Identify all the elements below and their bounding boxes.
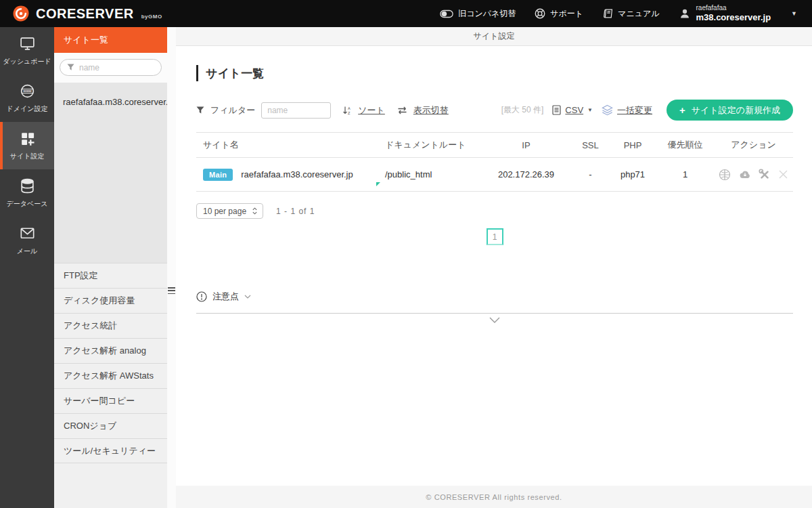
ip-value: 202.172.26.39	[480, 158, 572, 192]
per-page-select[interactable]: 10 per page	[196, 203, 263, 219]
sidebar-item-label: ドメイン設定	[7, 104, 48, 114]
sidebar-item-analog[interactable]: アクセス解析 analog	[54, 338, 167, 363]
bulk-change-link: 一括変更	[617, 104, 652, 117]
breadcrumb: サイト設定	[176, 27, 812, 46]
old-panel-toggle[interactable]: 旧コンパネ切替	[440, 8, 516, 20]
sidebar-item-awstats[interactable]: アクセス解析 AWStats	[54, 363, 167, 388]
sidebar-item-disk-usage[interactable]: ディスク使用容量	[54, 288, 167, 313]
view-toggle-link[interactable]: 表示切替	[413, 104, 449, 117]
toggle-icon	[440, 9, 453, 18]
document-icon	[552, 105, 561, 115]
col-header-ssl: SSL	[572, 133, 609, 158]
bulk-change[interactable]: 一括変更	[602, 104, 652, 117]
sidebar-item-ftp[interactable]: FTP設定	[54, 263, 167, 288]
sidebar-item-dashboard[interactable]: ダッシュボード	[0, 27, 54, 75]
envelope-icon	[19, 225, 36, 242]
up-down-icon	[252, 207, 258, 215]
svg-text:www: www	[22, 89, 32, 93]
create-site-label: サイト設定の新規作成	[692, 104, 780, 117]
site-list: raefafafaa.m38.coreserver.j	[54, 83, 167, 263]
sidebar-item-tools-security[interactable]: ツール/セキュリティー	[54, 438, 167, 463]
sidebar-item-domain[interactable]: www ドメイン設定	[0, 75, 54, 122]
notes-toggle[interactable]: 注意点	[196, 291, 251, 303]
priority-value: 1	[656, 158, 714, 192]
book-icon	[602, 8, 613, 19]
chevron-down-icon: ▼	[791, 10, 797, 17]
footer: © CORESERVER All rights reserved.	[176, 486, 812, 508]
chevron-down-icon: ▼	[587, 107, 593, 113]
main-badge: Main	[203, 169, 233, 181]
expand-chevron-icon[interactable]	[196, 317, 793, 323]
account-server: m38.coreserver.jp	[696, 12, 771, 23]
per-page-value: 10 per page	[203, 207, 246, 216]
sidebar-item-label: データベース	[7, 199, 48, 209]
sidebar-item-label: ダッシュボード	[3, 57, 51, 66]
tools-action-icon[interactable]	[759, 169, 771, 181]
sidebar-item-mail[interactable]: メール	[0, 217, 54, 264]
php-value: php71	[609, 158, 656, 192]
site-grid-plus-icon	[19, 130, 36, 147]
main-panel: サイト設定 サイト一覧 フィルター A Z	[176, 27, 812, 508]
delete-x-icon[interactable]	[778, 169, 788, 179]
sidebar-search-input[interactable]	[79, 63, 154, 72]
site-list-item[interactable]: raefafafaa.m38.coreserver.j	[54, 93, 167, 110]
manual-label: マニュアル	[618, 8, 659, 20]
cloud-action-icon[interactable]	[738, 169, 751, 180]
sidebar-item-database[interactable]: データベース	[0, 169, 54, 217]
chevron-down-icon	[244, 295, 251, 299]
sidebar-section-header[interactable]: サイト一覧	[54, 27, 167, 53]
docroot-cell[interactable]: /public_html	[376, 158, 480, 192]
coreserver-logo-icon	[12, 5, 30, 22]
brand-logo[interactable]: CORESERVER byGMO	[0, 5, 162, 22]
pagination-range: 1 - 1 of 1	[276, 207, 315, 216]
topbar: CORESERVER byGMO 旧コンパネ切替 サポート	[0, 0, 812, 27]
old-panel-label: 旧コンパネ切替	[458, 8, 516, 20]
csv-export[interactable]: CSV ▼	[552, 105, 593, 115]
alert-circle-icon	[196, 291, 207, 302]
sidebar-item-access-stats[interactable]: アクセス統計	[54, 313, 167, 338]
user-icon	[679, 7, 691, 20]
globe-www-icon: www	[19, 83, 36, 100]
database-icon	[19, 177, 36, 194]
max-items-note: [最大 50 件]	[501, 104, 544, 116]
list-toolbar: フィルター A Z ソート 表	[196, 100, 793, 121]
docroot-value: /public_html	[385, 169, 432, 179]
site-name: raefafafaa.m38.coreserver.jp	[241, 169, 353, 179]
editable-corner-icon	[376, 182, 380, 186]
svg-text:A: A	[348, 106, 351, 110]
col-header-site: サイト名	[196, 133, 376, 158]
csv-link: CSV	[565, 105, 583, 115]
account-menu[interactable]: raefafafaa m38.coreserver.jp ▼	[679, 4, 798, 24]
sidebar-search	[60, 59, 162, 76]
secondary-sidebar: サイト一覧 raefafafaa.m38.coreserver.j FTP設定 …	[54, 27, 176, 508]
plus-icon: +	[679, 105, 685, 115]
divider	[196, 313, 793, 314]
layers-icon	[602, 104, 613, 116]
sidebar-resize-handle[interactable]	[168, 287, 175, 295]
support-label: サポート	[550, 8, 583, 20]
svg-text:Z: Z	[348, 111, 351, 115]
col-header-priority: 優先順位	[656, 133, 714, 158]
filter-icon	[67, 64, 74, 71]
table-header-row: サイト名 ドキュメントルート IP SSL PHP 優先順位 アクション	[196, 133, 793, 158]
monitor-icon	[19, 35, 36, 52]
sidebar-item-server-copy[interactable]: サーバー間コピー	[54, 388, 167, 413]
sort-link[interactable]: ソート	[358, 104, 385, 117]
filter-label: フィルター	[210, 104, 255, 117]
lifebuoy-icon	[535, 8, 545, 19]
pagination-row: 10 per page 1 - 1 of 1	[196, 203, 793, 219]
site-url-globe-icon[interactable]	[719, 169, 731, 181]
table-row: Main raefafafaa.m38.coreserver.jp /publi…	[196, 158, 793, 192]
ssl-value: -	[572, 158, 609, 192]
col-header-docroot: ドキュメントルート	[376, 133, 480, 158]
page-1-button[interactable]: 1	[487, 228, 503, 245]
filter-input[interactable]	[261, 102, 331, 119]
col-header-php: PHP	[609, 133, 656, 158]
sidebar-item-sites[interactable]: サイト設定	[0, 122, 54, 169]
manual-menu[interactable]: マニュアル	[602, 8, 659, 20]
create-site-button[interactable]: + サイト設定の新規作成	[667, 100, 793, 121]
sidebar-item-cron[interactable]: CRONジョブ	[54, 413, 167, 438]
brand-name: CORESERVER	[36, 6, 134, 22]
notes-label: 注意点	[212, 291, 239, 303]
support-menu[interactable]: サポート	[535, 8, 583, 20]
